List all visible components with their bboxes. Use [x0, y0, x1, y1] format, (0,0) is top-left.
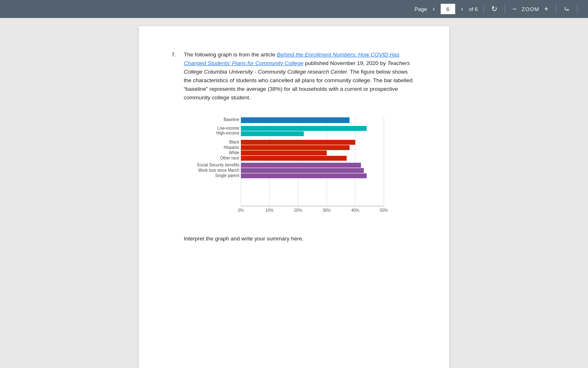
toolbar: Page ‹ › of 6 ↻ − ZOOM + ⤿: [0, 0, 588, 18]
svg-rect-26: [241, 156, 347, 161]
separator-4: [577, 4, 577, 14]
svg-rect-32: [241, 173, 367, 178]
svg-text:20%: 20%: [294, 208, 302, 213]
svg-rect-28: [241, 163, 361, 168]
chart-container: 0% 10% 20% 30% 40% 50% Baseline Low-inco…: [184, 112, 416, 218]
separator-2: [505, 4, 505, 14]
svg-text:10%: 10%: [265, 208, 274, 213]
svg-text:Low-income: Low-income: [217, 126, 239, 130]
next-page-button[interactable]: ›: [459, 5, 466, 13]
svg-text:White: White: [229, 150, 239, 155]
svg-text:Other race: Other race: [220, 156, 240, 160]
fullscreen-button[interactable]: ⤿: [562, 4, 571, 14]
svg-text:Baseline: Baseline: [224, 117, 240, 122]
zoom-label: ZOOM: [521, 6, 539, 12]
question-intro: The following graph is from the article: [184, 52, 277, 58]
total-pages-label: of 6: [469, 6, 478, 12]
svg-rect-16: [241, 126, 367, 131]
main-content: 7. The following graph is from the artic…: [0, 18, 588, 368]
svg-text:Work loss since March: Work loss since March: [198, 168, 239, 173]
question-7: 7. The following graph is from the artic…: [172, 51, 416, 243]
page-label: Page: [414, 6, 427, 12]
svg-text:Single parent: Single parent: [215, 173, 239, 178]
question-body: The following graph is from the article …: [184, 51, 416, 243]
svg-text:0%: 0%: [238, 208, 244, 213]
separator-3: [556, 4, 556, 14]
svg-rect-20: [241, 140, 355, 145]
article-rest: published November 19, 2020 by: [303, 60, 388, 66]
question-number: 7.: [172, 51, 180, 243]
page-number-input[interactable]: [441, 4, 455, 14]
zoom-in-button[interactable]: +: [542, 4, 550, 14]
svg-rect-24: [241, 150, 327, 155]
separator-1: [483, 4, 484, 14]
svg-text:Hispanic: Hispanic: [224, 145, 239, 150]
prev-page-button[interactable]: ‹: [430, 5, 437, 13]
page-document: 7. The following graph is from the artic…: [139, 26, 449, 368]
svg-rect-18: [241, 131, 304, 136]
svg-text:High-income: High-income: [216, 131, 240, 135]
svg-text:50%: 50%: [380, 208, 388, 213]
zoom-out-button[interactable]: −: [511, 4, 519, 14]
interpret-prompt: Interpret the graph and write your summa…: [184, 235, 416, 243]
svg-rect-22: [241, 145, 350, 150]
svg-rect-14: [241, 117, 350, 123]
bar-chart: 0% 10% 20% 30% 40% 50% Baseline Low-inco…: [188, 112, 388, 218]
svg-text:40%: 40%: [351, 208, 359, 213]
svg-text:Black: Black: [229, 140, 240, 144]
svg-text:Social Security benefits: Social Security benefits: [197, 163, 239, 167]
svg-rect-30: [241, 168, 364, 173]
svg-text:30%: 30%: [323, 208, 331, 213]
rotate-button[interactable]: ↻: [490, 4, 499, 14]
